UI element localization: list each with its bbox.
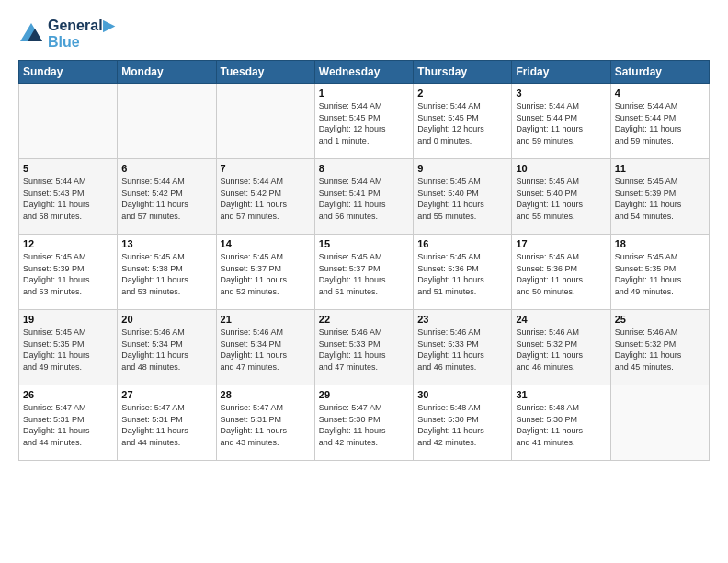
calendar-cell: 20Sunrise: 5:46 AM Sunset: 5:34 PM Dayli… xyxy=(118,310,216,385)
cell-content: Sunrise: 5:48 AM Sunset: 5:30 PM Dayligh… xyxy=(417,402,507,448)
calendar-cell: 29Sunrise: 5:47 AM Sunset: 5:30 PM Dayli… xyxy=(314,385,413,461)
calendar-cell xyxy=(610,385,709,461)
day-number: 29 xyxy=(319,389,409,400)
calendar-cell: 23Sunrise: 5:46 AM Sunset: 5:33 PM Dayli… xyxy=(414,310,512,385)
day-header-row: SundayMondayTuesdayWednesdayThursdayFrid… xyxy=(19,61,710,84)
day-number: 24 xyxy=(516,314,606,325)
day-of-week-header: Monday xyxy=(118,61,216,84)
day-number: 15 xyxy=(319,238,409,249)
day-of-week-header: Tuesday xyxy=(216,61,314,84)
calendar-cell: 15Sunrise: 5:45 AM Sunset: 5:37 PM Dayli… xyxy=(314,235,413,310)
calendar-cell: 21Sunrise: 5:46 AM Sunset: 5:34 PM Dayli… xyxy=(216,310,314,385)
day-number: 20 xyxy=(121,314,211,325)
cell-content: Sunrise: 5:44 AM Sunset: 5:45 PM Dayligh… xyxy=(319,100,409,146)
calendar-cell: 13Sunrise: 5:45 AM Sunset: 5:38 PM Dayli… xyxy=(118,235,216,310)
cell-content: Sunrise: 5:47 AM Sunset: 5:31 PM Dayligh… xyxy=(121,402,211,448)
calendar-cell: 6Sunrise: 5:44 AM Sunset: 5:42 PM Daylig… xyxy=(118,159,216,235)
day-of-week-header: Friday xyxy=(512,61,610,84)
day-number: 23 xyxy=(417,314,507,325)
cell-content: Sunrise: 5:47 AM Sunset: 5:31 PM Dayligh… xyxy=(221,402,311,448)
day-number: 13 xyxy=(121,238,211,249)
cell-content: Sunrise: 5:44 AM Sunset: 5:42 PM Dayligh… xyxy=(221,176,311,222)
day-number: 8 xyxy=(319,163,409,174)
calendar-week-row: 12Sunrise: 5:45 AM Sunset: 5:39 PM Dayli… xyxy=(19,235,710,310)
day-of-week-header: Saturday xyxy=(610,61,709,84)
calendar-cell: 31Sunrise: 5:48 AM Sunset: 5:30 PM Dayli… xyxy=(512,385,610,461)
cell-content: Sunrise: 5:44 AM Sunset: 5:44 PM Dayligh… xyxy=(516,100,606,146)
day-number: 27 xyxy=(121,389,211,400)
cell-content: Sunrise: 5:45 AM Sunset: 5:37 PM Dayligh… xyxy=(221,251,311,297)
calendar-week-row: 5Sunrise: 5:44 AM Sunset: 5:43 PM Daylig… xyxy=(19,159,710,235)
calendar-cell xyxy=(216,84,314,159)
cell-content: Sunrise: 5:45 AM Sunset: 5:37 PM Dayligh… xyxy=(319,251,409,297)
cell-content: Sunrise: 5:46 AM Sunset: 5:34 PM Dayligh… xyxy=(121,327,211,373)
day-number: 31 xyxy=(516,389,606,400)
calendar-cell: 27Sunrise: 5:47 AM Sunset: 5:31 PM Dayli… xyxy=(118,385,216,461)
day-number: 9 xyxy=(417,163,507,174)
cell-content: Sunrise: 5:44 AM Sunset: 5:43 PM Dayligh… xyxy=(23,176,113,222)
cell-content: Sunrise: 5:46 AM Sunset: 5:33 PM Dayligh… xyxy=(417,327,507,373)
day-number: 3 xyxy=(516,87,606,98)
calendar-cell: 2Sunrise: 5:44 AM Sunset: 5:45 PM Daylig… xyxy=(414,84,512,159)
cell-content: Sunrise: 5:45 AM Sunset: 5:36 PM Dayligh… xyxy=(417,251,507,297)
day-number: 18 xyxy=(615,238,705,249)
cell-content: Sunrise: 5:45 AM Sunset: 5:39 PM Dayligh… xyxy=(23,251,113,297)
day-number: 4 xyxy=(615,87,705,98)
day-of-week-header: Sunday xyxy=(19,61,118,84)
day-of-week-header: Wednesday xyxy=(314,61,413,84)
calendar-cell: 25Sunrise: 5:46 AM Sunset: 5:32 PM Dayli… xyxy=(610,310,709,385)
calendar-cell: 16Sunrise: 5:45 AM Sunset: 5:36 PM Dayli… xyxy=(414,235,512,310)
cell-content: Sunrise: 5:44 AM Sunset: 5:44 PM Dayligh… xyxy=(615,100,705,146)
day-of-week-header: Thursday xyxy=(414,61,512,84)
cell-content: Sunrise: 5:44 AM Sunset: 5:41 PM Dayligh… xyxy=(319,176,409,222)
calendar-cell: 7Sunrise: 5:44 AM Sunset: 5:42 PM Daylig… xyxy=(216,159,314,235)
calendar-cell: 18Sunrise: 5:45 AM Sunset: 5:35 PM Dayli… xyxy=(610,235,709,310)
day-number: 1 xyxy=(319,87,409,98)
cell-content: Sunrise: 5:47 AM Sunset: 5:30 PM Dayligh… xyxy=(319,402,409,448)
day-number: 6 xyxy=(121,163,211,174)
calendar-cell: 10Sunrise: 5:45 AM Sunset: 5:40 PM Dayli… xyxy=(512,159,610,235)
day-number: 2 xyxy=(417,87,507,98)
logo-text: General▶ Blue xyxy=(48,17,114,51)
cell-content: Sunrise: 5:46 AM Sunset: 5:32 PM Dayligh… xyxy=(615,327,705,373)
day-number: 10 xyxy=(516,163,606,174)
cell-content: Sunrise: 5:45 AM Sunset: 5:40 PM Dayligh… xyxy=(516,176,606,222)
header: General▶ Blue xyxy=(18,17,710,51)
logo: General▶ Blue xyxy=(18,17,114,51)
day-number: 17 xyxy=(516,238,606,249)
cell-content: Sunrise: 5:46 AM Sunset: 5:34 PM Dayligh… xyxy=(221,327,311,373)
calendar-cell: 17Sunrise: 5:45 AM Sunset: 5:36 PM Dayli… xyxy=(512,235,610,310)
cell-content: Sunrise: 5:46 AM Sunset: 5:32 PM Dayligh… xyxy=(516,327,606,373)
calendar-week-row: 26Sunrise: 5:47 AM Sunset: 5:31 PM Dayli… xyxy=(19,385,710,461)
day-number: 28 xyxy=(221,389,311,400)
calendar-cell: 19Sunrise: 5:45 AM Sunset: 5:35 PM Dayli… xyxy=(19,310,118,385)
calendar-cell: 9Sunrise: 5:45 AM Sunset: 5:40 PM Daylig… xyxy=(414,159,512,235)
day-number: 14 xyxy=(221,238,311,249)
day-number: 11 xyxy=(615,163,705,174)
calendar-cell: 11Sunrise: 5:45 AM Sunset: 5:39 PM Dayli… xyxy=(610,159,709,235)
calendar-week-row: 1Sunrise: 5:44 AM Sunset: 5:45 PM Daylig… xyxy=(19,84,710,159)
day-number: 22 xyxy=(319,314,409,325)
cell-content: Sunrise: 5:45 AM Sunset: 5:35 PM Dayligh… xyxy=(615,251,705,297)
cell-content: Sunrise: 5:45 AM Sunset: 5:36 PM Dayligh… xyxy=(516,251,606,297)
cell-content: Sunrise: 5:45 AM Sunset: 5:40 PM Dayligh… xyxy=(417,176,507,222)
cell-content: Sunrise: 5:45 AM Sunset: 5:35 PM Dayligh… xyxy=(23,327,113,373)
cell-content: Sunrise: 5:47 AM Sunset: 5:31 PM Dayligh… xyxy=(23,402,113,448)
cell-content: Sunrise: 5:45 AM Sunset: 5:39 PM Dayligh… xyxy=(615,176,705,222)
day-number: 7 xyxy=(221,163,311,174)
cell-content: Sunrise: 5:45 AM Sunset: 5:38 PM Dayligh… xyxy=(121,251,211,297)
day-number: 16 xyxy=(417,238,507,249)
calendar-cell: 22Sunrise: 5:46 AM Sunset: 5:33 PM Dayli… xyxy=(314,310,413,385)
calendar-cell: 28Sunrise: 5:47 AM Sunset: 5:31 PM Dayli… xyxy=(216,385,314,461)
calendar-cell: 30Sunrise: 5:48 AM Sunset: 5:30 PM Dayli… xyxy=(414,385,512,461)
calendar-cell: 5Sunrise: 5:44 AM Sunset: 5:43 PM Daylig… xyxy=(19,159,118,235)
cell-content: Sunrise: 5:48 AM Sunset: 5:30 PM Dayligh… xyxy=(516,402,606,448)
page: General▶ Blue SundayMondayTuesdayWednesd… xyxy=(0,0,728,563)
calendar-cell: 1Sunrise: 5:44 AM Sunset: 5:45 PM Daylig… xyxy=(314,84,413,159)
cell-content: Sunrise: 5:44 AM Sunset: 5:42 PM Dayligh… xyxy=(121,176,211,222)
calendar-cell: 4Sunrise: 5:44 AM Sunset: 5:44 PM Daylig… xyxy=(610,84,709,159)
calendar-cell xyxy=(118,84,216,159)
day-number: 21 xyxy=(221,314,311,325)
cell-content: Sunrise: 5:44 AM Sunset: 5:45 PM Dayligh… xyxy=(417,100,507,146)
day-number: 5 xyxy=(23,163,113,174)
